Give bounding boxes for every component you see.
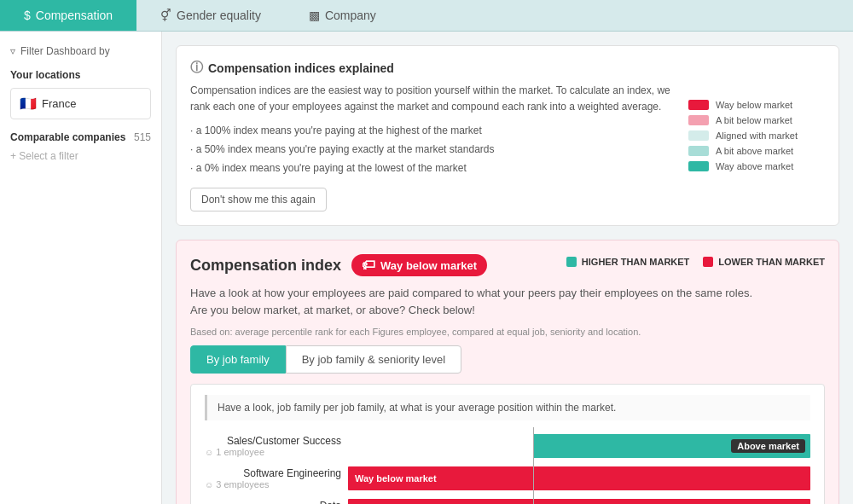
bar-data: Way below market xyxy=(348,499,810,504)
chart-subtitle: Have a look, job family per job family, … xyxy=(205,395,810,420)
sidebar: ▿ Filter Dashboard by Your locations 🇫🇷 … xyxy=(0,32,162,504)
comp-index-section: Compensation index 🏷 Way below market HI… xyxy=(176,240,839,504)
comparable-label: Comparable companies xyxy=(10,131,125,143)
info-description: Compensation indices are the easiest way… xyxy=(190,83,675,115)
chart-rows: Sales/Customer Success ☺ 1 employee xyxy=(205,434,810,504)
dollar-icon: $ xyxy=(24,9,31,22)
legend-color-bit-below xyxy=(688,115,709,125)
dont-show-button[interactable]: Don't show me this again xyxy=(190,188,327,211)
bar-container-data: Way below market xyxy=(348,499,810,504)
gender-icon: ⚥ xyxy=(160,9,171,22)
employee-icon: ☺ xyxy=(205,480,213,490)
comp-index-title: Compensation index xyxy=(190,257,341,275)
legend-color-bit-above xyxy=(688,146,709,156)
legend: Way below market A bit below market Alig… xyxy=(688,60,825,211)
table-row: Data ☺ 1 employee Way below market xyxy=(205,499,810,504)
legend-lower: LOWER THAN MARKET xyxy=(703,257,825,267)
chart-area: Have a look, job family per job family, … xyxy=(190,384,825,504)
info-title: ⓘ Compensation indices explained xyxy=(190,60,675,76)
main-layout: ▿ Filter Dashboard by Your locations 🇫🇷 … xyxy=(0,32,853,504)
bar-label-software: Way below market xyxy=(348,473,437,484)
legend-color-aligned xyxy=(688,130,709,141)
comp-index-header: Compensation index 🏷 Way below market HI… xyxy=(190,254,825,276)
comparable-row: Comparable companies 515 xyxy=(10,131,151,143)
center-line xyxy=(533,492,534,504)
add-filter-button[interactable]: + Select a filter xyxy=(10,150,151,162)
legend-higher: HIGHER THAN MARKET xyxy=(566,257,690,267)
row-label-software: Software Engineering ☺ 3 employees xyxy=(205,467,341,490)
badge-icon: 🏷 xyxy=(362,258,375,273)
tab-company[interactable]: ▩ Company xyxy=(285,0,400,31)
top-nav: $ Compensation ⚥ Gender equality ▩ Compa… xyxy=(0,0,853,32)
legend-item-way-below: Way below market xyxy=(688,100,825,110)
tab-by-job-family-seniority[interactable]: By job family & seniority level xyxy=(286,345,461,374)
location-box[interactable]: 🇫🇷 France xyxy=(10,88,151,119)
legend-color-way-above xyxy=(688,161,709,171)
bar-container-sales: Above market xyxy=(348,434,810,458)
locations-label: Your locations xyxy=(10,69,151,81)
chart-icon: ▩ xyxy=(309,9,320,22)
tab-compensation[interactable]: $ Compensation xyxy=(0,0,136,31)
comp-index-badge: 🏷 Way below market xyxy=(351,254,487,276)
main-content: ⓘ Compensation indices explained Compens… xyxy=(162,32,853,504)
row-label-data: Data ☺ 1 employee xyxy=(205,500,341,504)
filter-title: ▿ Filter Dashboard by xyxy=(10,45,151,57)
bar-container-software: Way below market xyxy=(348,466,810,490)
bar-label-sales: Above market xyxy=(731,439,805,453)
tab-by-job-family[interactable]: By job family xyxy=(190,345,286,374)
employee-icon: ☺ xyxy=(205,448,213,457)
info-box: ⓘ Compensation indices explained Compens… xyxy=(176,45,839,226)
legend-item-way-above: Way above market xyxy=(688,161,825,171)
market-legend: HIGHER THAN MARKET LOWER THAN MARKET xyxy=(566,257,825,267)
comparable-count: 515 xyxy=(134,131,151,143)
info-content: ⓘ Compensation indices explained Compens… xyxy=(190,60,675,211)
legend-color-way-below xyxy=(688,100,709,110)
lower-color xyxy=(703,257,713,267)
legend-item-bit-above: A bit above market xyxy=(688,146,825,156)
row-label-sales: Sales/Customer Success ☺ 1 employee xyxy=(205,435,341,457)
legend-item-bit-below: A bit below market xyxy=(688,115,825,125)
filter-icon: ▿ xyxy=(10,45,15,57)
chart-tabs: By job family By job family & seniority … xyxy=(190,345,825,374)
higher-color xyxy=(566,257,577,267)
table-row: Sales/Customer Success ☺ 1 employee xyxy=(205,434,810,458)
tab-gender-equality[interactable]: ⚥ Gender equality xyxy=(136,0,285,31)
legend-item-aligned: Aligned with market xyxy=(688,130,825,141)
bar-software: Way below market xyxy=(348,466,810,490)
france-flag: 🇫🇷 xyxy=(20,96,37,112)
table-row: Software Engineering ☺ 3 employees Way b… xyxy=(205,466,810,490)
info-icon: ⓘ xyxy=(190,60,203,76)
comp-index-based: Based on: average percentile rank for ea… xyxy=(190,327,825,337)
info-list: · a 100% index means you're paying at th… xyxy=(190,122,675,177)
location-name: France xyxy=(42,97,76,110)
comp-index-desc: Have a look at how your employees are pa… xyxy=(190,285,825,318)
